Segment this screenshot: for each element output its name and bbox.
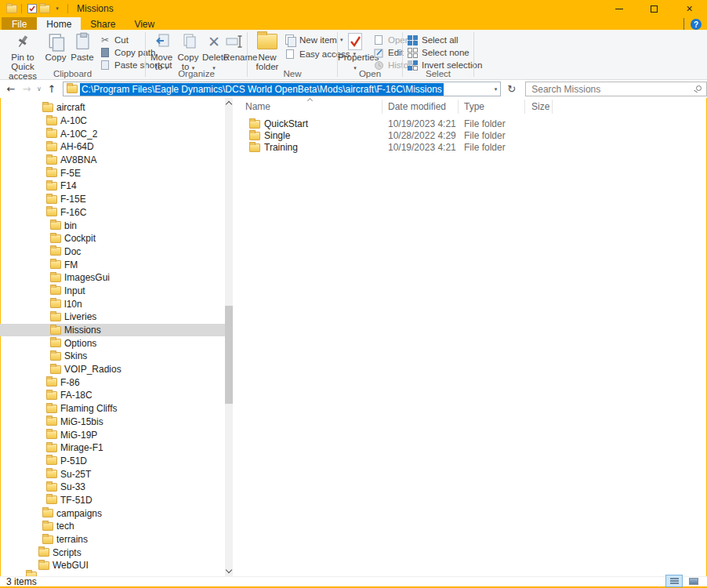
tree-item-label: Su-33 (60, 481, 85, 492)
up-button[interactable]: ↑ (44, 83, 60, 95)
tree-item[interactable]: Su-33 (0, 481, 225, 494)
tree-item[interactable]: campaigns (0, 506, 225, 520)
new-folder-quick-icon[interactable] (38, 2, 51, 16)
collapse-ribbon-button[interactable] (683, 19, 684, 30)
tree-item[interactable]: Input (0, 285, 225, 298)
folder-icon (46, 495, 57, 504)
scroll-up-icon[interactable] (226, 101, 232, 107)
tree-item[interactable]: Options (0, 336, 225, 350)
properties-button[interactable]: Properties▾ (338, 31, 372, 73)
tree-item[interactable]: Flaming Cliffs (0, 402, 225, 416)
tab-view[interactable]: View (125, 17, 164, 30)
tree-item[interactable]: F-86 (0, 376, 225, 389)
copy-to-button[interactable]: Copy to ▾ (176, 31, 201, 73)
search-input[interactable] (531, 84, 688, 95)
tree-item[interactable]: ImagesGui (0, 271, 225, 285)
tree-item[interactable]: aircraft (0, 101, 225, 114)
copy-to-icon (176, 31, 201, 52)
tree-item[interactable]: A-10C_2 (0, 127, 225, 140)
tree-item[interactable]: F-16C (0, 206, 225, 220)
folder-icon (46, 456, 57, 465)
tree-scrollbar[interactable] (225, 98, 233, 576)
tree-item[interactable]: P-51D (0, 455, 225, 468)
file-row[interactable]: QuickStart 10/19/2023 4:21 PM File folde… (235, 118, 707, 129)
tree-item[interactable]: AV8BNA (0, 154, 225, 167)
tab-home[interactable]: Home (37, 17, 81, 30)
tree-item[interactable]: F-5E (0, 166, 225, 180)
minimize-button[interactable] (601, 0, 636, 17)
tree-item[interactable]: MiG-19P (0, 428, 225, 441)
back-button[interactable]: ← (3, 83, 19, 95)
tree-item[interactable]: A-10C (0, 114, 225, 128)
properties-quick-icon[interactable] (26, 2, 38, 16)
search-box[interactable] (525, 82, 707, 96)
select-all-button[interactable]: Select all (406, 34, 459, 46)
refresh-button[interactable]: ↻ (507, 83, 516, 95)
file-name-cell[interactable]: Single (235, 130, 383, 141)
maximize-button[interactable] (636, 0, 672, 17)
tree-item[interactable]: Scripts (0, 546, 225, 559)
help-icon[interactable]: ? (691, 19, 702, 30)
tree-item[interactable]: Doc (0, 245, 225, 259)
tree-item[interactable]: FM (0, 258, 225, 271)
details-view-button[interactable] (665, 575, 683, 587)
cut-button[interactable]: ✂Cut (99, 34, 129, 46)
close-button[interactable]: × (672, 0, 707, 17)
tree-item[interactable]: MiG-15bis (0, 416, 225, 429)
column-header-size[interactable]: Size (525, 100, 553, 114)
file-name-cell[interactable]: Training (235, 142, 383, 153)
column-header-name[interactable]: Name (235, 100, 383, 114)
file-row[interactable]: Training 10/19/2023 4:21 PM File folder (235, 141, 707, 153)
folder-icon (50, 339, 61, 347)
tree-scrollbar-thumb[interactable] (225, 306, 233, 404)
tree-item[interactable]: AH-64D (0, 140, 225, 154)
tree-item[interactable]: FA-18C (0, 389, 225, 402)
edit-button[interactable]: Edit (372, 46, 404, 59)
details-view-icon (670, 578, 679, 584)
new-folder-button[interactable]: New folder (252, 31, 282, 71)
address-bar[interactable]: C:\Program Files\Eagle Dynamics\DCS Worl… (63, 82, 501, 96)
column-header-type[interactable]: Type (459, 100, 525, 114)
large-icons-view-button[interactable] (685, 575, 702, 587)
tree-item-label: TF-51D (60, 495, 92, 506)
file-list-header: Name Date modified Type Size (235, 98, 707, 115)
paste-button[interactable]: Paste (69, 31, 96, 62)
tree-item[interactable]: bin (0, 219, 225, 232)
tree-item[interactable]: tech (0, 520, 225, 533)
divider (473, 32, 474, 77)
tree-item[interactable]: Su-25T (0, 467, 225, 481)
tree-item[interactable]: Mirage-F1 (0, 441, 225, 455)
tree-item[interactable]: Missions (0, 324, 225, 337)
tree-item[interactable]: WebGUI (0, 559, 225, 572)
tree-item[interactable]: F-15E (0, 193, 225, 206)
folder-icon (46, 182, 57, 191)
edit-icon (372, 48, 385, 58)
new-item-button[interactable]: New item ▾ (284, 34, 343, 46)
file-row[interactable]: Single 10/28/2022 4:29 PM File folder (235, 129, 707, 141)
tab-file[interactable]: File (2, 17, 37, 30)
file-name-cell[interactable]: QuickStart (235, 118, 383, 129)
rename-button[interactable]: Rename (223, 31, 247, 62)
tree-item[interactable]: Cockpit (0, 232, 225, 245)
recent-locations-chevron-icon[interactable]: ∨ (34, 85, 44, 93)
folder-icon (50, 286, 61, 295)
customize-quick-access-chevron-icon[interactable]: ▾ (51, 2, 63, 16)
address-dropdown-chevron-icon[interactable]: ▾ (495, 86, 498, 93)
folder-icon (46, 417, 57, 426)
tree-item[interactable]: l10n (0, 297, 225, 310)
tree-item[interactable]: terrains (0, 533, 225, 546)
tree-item[interactable]: Skins (0, 350, 225, 363)
delete-button[interactable]: ✕ Delete▾ (202, 31, 226, 73)
tree-item-label: WebGUI (53, 560, 89, 571)
move-to-button[interactable]: Move to ▾ (149, 31, 174, 73)
address-path-text[interactable]: C:\Program Files\Eagle Dynamics\DCS Worl… (80, 83, 444, 96)
tree-item[interactable]: Liveries (0, 310, 225, 324)
column-header-date-modified[interactable]: Date modified (383, 100, 459, 114)
tab-share[interactable]: Share (81, 17, 125, 30)
tree-item[interactable]: F14 (0, 180, 225, 193)
select-none-button[interactable]: Select none (406, 46, 470, 59)
tree-item[interactable]: TF-51D (0, 494, 225, 507)
copy-button[interactable]: Copy (43, 31, 68, 62)
tree-item[interactable]: VOIP_Radios (0, 363, 225, 376)
scroll-down-icon[interactable] (226, 567, 232, 573)
